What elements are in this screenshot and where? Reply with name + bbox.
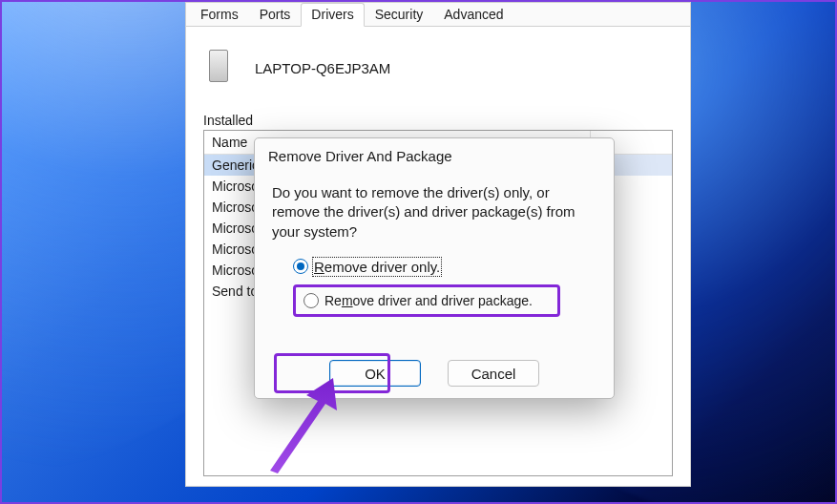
ok-button[interactable]: OK — [329, 360, 421, 387]
computer-icon — [203, 46, 241, 90]
installed-label: Installed — [203, 113, 673, 128]
dialog-title: Remove Driver And Package — [255, 138, 614, 170]
radio-icon — [303, 293, 319, 308]
dialog-message: Do you want to remove the driver(s) only… — [272, 183, 596, 242]
radio-icon — [293, 259, 308, 274]
tab-advanced[interactable]: Advanced — [433, 3, 513, 26]
radio-remove-driver-and-package[interactable]: Remove driver and driver package. — [293, 284, 560, 317]
tab-ports[interactable]: Ports — [249, 3, 302, 26]
tabs-bar: Forms Ports Drivers Security Advanced — [186, 3, 690, 27]
device-header: LAPTOP-Q6EJP3AM — [203, 46, 673, 90]
radio-group: Remove driver only. Remove driver and dr… — [272, 259, 596, 317]
radio-label: Remove driver only. — [314, 259, 440, 275]
dialog-buttons: OK Cancel — [255, 354, 614, 398]
tab-forms[interactable]: Forms — [190, 3, 249, 26]
radio-label: Remove driver and driver package. — [324, 293, 533, 308]
tab-drivers[interactable]: Drivers — [301, 3, 364, 27]
dialog-body: Do you want to remove the driver(s) only… — [255, 170, 614, 354]
remove-driver-dialog: Remove Driver And Package Do you want to… — [254, 137, 615, 399]
device-name: LAPTOP-Q6EJP3AM — [255, 60, 390, 76]
cancel-button[interactable]: Cancel — [448, 360, 539, 387]
radio-remove-driver-only[interactable]: Remove driver only. — [293, 259, 596, 275]
tab-security[interactable]: Security — [365, 3, 434, 26]
